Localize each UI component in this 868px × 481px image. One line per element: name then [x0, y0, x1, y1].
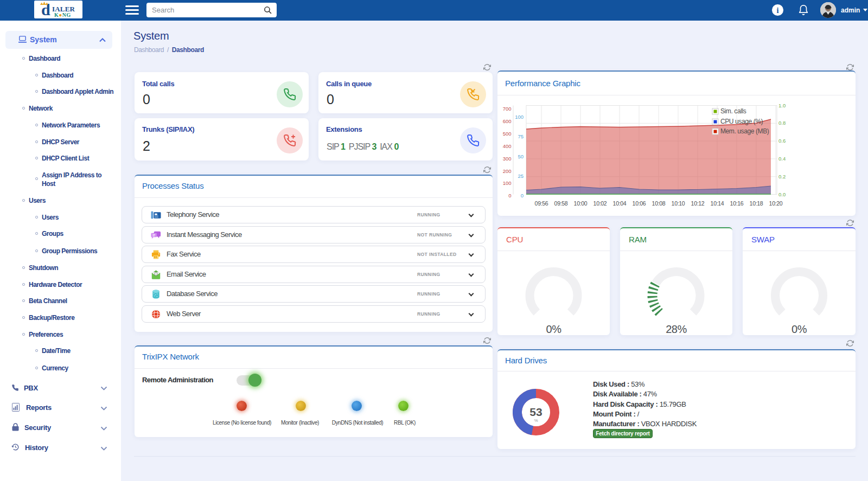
- svg-text:25: 25: [518, 173, 524, 179]
- svg-text:400: 400: [503, 143, 512, 149]
- svg-text:Sim. calls: Sim. calls: [720, 107, 746, 115]
- svg-text:0: 0: [508, 193, 511, 198]
- svg-text:100: 100: [515, 114, 524, 120]
- svg-text:0.6: 0.6: [778, 138, 786, 144]
- svg-text:%: %: [534, 418, 538, 423]
- svg-text:d: d: [41, 1, 50, 18]
- svg-text:10:08: 10:08: [652, 200, 666, 207]
- svg-text:50: 50: [518, 153, 524, 159]
- svg-text:0.0: 0.0: [778, 191, 786, 197]
- svg-text:10:20: 10:20: [769, 200, 783, 207]
- svg-text:500: 500: [503, 131, 512, 137]
- svg-text:600: 600: [503, 118, 512, 124]
- svg-text:53: 53: [529, 406, 542, 418]
- svg-text:10:02: 10:02: [593, 200, 607, 207]
- svg-text:0.2: 0.2: [778, 174, 786, 179]
- svg-text:1.0: 1.0: [778, 102, 786, 108]
- svg-text:CPU usage (%): CPU usage (%): [720, 118, 763, 125]
- svg-text:10:06: 10:06: [633, 200, 646, 207]
- svg-text:700: 700: [503, 106, 512, 112]
- svg-text:200: 200: [503, 168, 512, 174]
- svg-text:0.8: 0.8: [778, 120, 786, 126]
- svg-text:10:18: 10:18: [750, 200, 763, 207]
- svg-text:Mem. usage (MB): Mem. usage (MB): [720, 127, 769, 135]
- svg-text:100: 100: [503, 180, 512, 186]
- svg-text:0.4: 0.4: [778, 156, 786, 162]
- svg-text:09:56: 09:56: [535, 200, 548, 207]
- svg-text:10:10: 10:10: [672, 200, 685, 207]
- svg-text:300: 300: [503, 156, 512, 162]
- svg-text:10:16: 10:16: [730, 200, 744, 207]
- svg-text:10:14: 10:14: [711, 200, 724, 207]
- svg-text:09:58: 09:58: [554, 200, 568, 207]
- svg-text:i: i: [777, 6, 779, 15]
- svg-text:K●NG: K●NG: [54, 12, 71, 18]
- svg-text:10:12: 10:12: [691, 200, 705, 207]
- svg-text:10:00: 10:00: [574, 200, 588, 207]
- svg-text:0: 0: [521, 193, 524, 198]
- svg-text:10:04: 10:04: [613, 200, 627, 207]
- svg-text:75: 75: [518, 133, 524, 139]
